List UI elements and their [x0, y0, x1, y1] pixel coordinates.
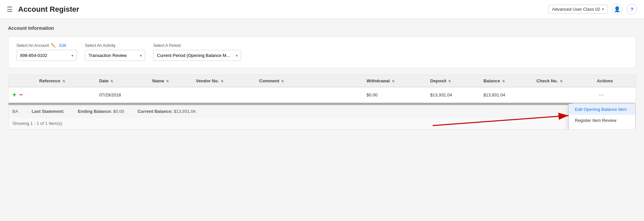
- row-ellipsis-button[interactable]: ···: [597, 91, 606, 99]
- table-header: Reference ⇅ Date ⇅ Name ⇅ Vendor No. ⇅: [8, 75, 636, 87]
- col-header-withdrawal[interactable]: Withdrawal ⇅: [363, 75, 426, 87]
- row-add-remove: + −: [8, 87, 35, 103]
- footer-last-statement: Last Statement:: [32, 109, 64, 114]
- top-bar-left: ☰ Account Register: [7, 5, 79, 14]
- edit-pencil-icon: ✏️: [51, 43, 56, 48]
- cell-comment: [255, 87, 363, 103]
- remove-row-button[interactable]: −: [19, 91, 23, 99]
- vendor-sort-icon: ⇅: [221, 79, 223, 83]
- table-footer: BA Last Statement: Ending Balance: $0.00…: [8, 105, 636, 117]
- user-icon-button[interactable]: 👤: [612, 4, 623, 15]
- cell-actions: ··· Edit Opening Balance ItemRegister It…: [593, 87, 636, 103]
- context-menu: Edit Opening Balance ItemRegister Item R…: [569, 103, 636, 130]
- main-content: Account Information Select An Account ✏️…: [0, 19, 644, 136]
- table-row: + − 07/29/2018 $0.00 $13,931.04 $13,931.…: [8, 87, 636, 103]
- account-select-wrapper: 898-854-0102 ▾: [16, 50, 77, 61]
- account-info-card: Select An Account ✏️ Edit 898-854-0102 ▾…: [8, 36, 636, 68]
- select-account-label: Select An Account ✏️ Edit: [16, 43, 77, 48]
- help-icon-button[interactable]: ?: [627, 4, 637, 15]
- top-bar: ☰ Account Register Advanced User Class 0…: [0, 0, 644, 19]
- cell-withdrawal: $0.00: [363, 87, 426, 103]
- register-table: Reference ⇅ Date ⇅ Name ⇅ Vendor No. ⇅: [8, 75, 636, 103]
- edit-account-link[interactable]: Edit: [59, 43, 66, 48]
- activity-select-wrapper: Transaction Review ▾: [85, 50, 145, 61]
- context-menu-item-0[interactable]: Edit Opening Balance Item: [569, 104, 635, 115]
- hamburger-icon[interactable]: ☰: [7, 5, 13, 13]
- cell-date: 07/29/2018: [95, 87, 148, 103]
- select-activity-label: Select An Activity: [85, 43, 145, 48]
- col-header-date[interactable]: Date ⇅: [95, 75, 148, 87]
- add-row-button[interactable]: +: [12, 91, 16, 99]
- page-title: Account Register: [18, 5, 79, 14]
- company-selector[interactable]: Advanced User Class 02 ▾: [548, 5, 608, 14]
- period-select[interactable]: Current Period (Opening Balance M...: [153, 50, 241, 61]
- col-header-vendor-no[interactable]: Vendor No. ⇅: [192, 75, 255, 87]
- cell-check-no: [533, 87, 593, 103]
- context-menu-item-2[interactable]: Review GL: [569, 126, 635, 130]
- select-period-label: Select A Period: [153, 43, 241, 48]
- help-icon: ?: [630, 6, 633, 12]
- context-menu-item-1[interactable]: Register Item Review: [569, 115, 635, 126]
- footer-current-balance: Current Balance: $13,931.04: [138, 109, 196, 114]
- account-form-row: Select An Account ✏️ Edit 898-854-0102 ▾…: [16, 43, 628, 61]
- col-header-actions: Actions: [593, 75, 636, 87]
- check-sort-icon: ⇅: [560, 79, 562, 83]
- account-select[interactable]: 898-854-0102: [16, 50, 77, 61]
- company-chevron-icon: ▾: [602, 7, 604, 11]
- select-account-group: Select An Account ✏️ Edit 898-854-0102 ▾: [16, 43, 77, 61]
- col-header-balance[interactable]: Balance ⇅: [479, 75, 532, 87]
- col-header-reference[interactable]: Reference ⇅: [35, 75, 95, 87]
- account-info-section-header: Account Information: [8, 25, 636, 31]
- col-header-name[interactable]: Name ⇅: [148, 75, 192, 87]
- cell-balance: $13,931.04: [479, 87, 532, 103]
- user-icon: 👤: [614, 6, 621, 12]
- company-name: Advanced User Class 02: [552, 7, 600, 12]
- table-header-row: Reference ⇅ Date ⇅ Name ⇅ Vendor No. ⇅: [8, 75, 636, 87]
- select-period-group: Select A Period Current Period (Opening …: [153, 43, 241, 61]
- cell-deposit: $13,931.04: [426, 87, 479, 103]
- col-header-deposit[interactable]: Deposit ⇅: [426, 75, 479, 87]
- balance-sort-icon: ⇅: [502, 79, 505, 83]
- reference-sort-icon: ⇅: [62, 79, 65, 83]
- date-sort-icon: ⇅: [110, 79, 113, 83]
- top-bar-right: Advanced User Class 02 ▾ 👤 ?: [548, 4, 637, 15]
- cell-vendor-no: [192, 87, 255, 103]
- deposit-sort-icon: ⇅: [448, 79, 451, 83]
- footer-ending-balance: Ending Balance: $0.00: [78, 109, 124, 114]
- register-table-container: Reference ⇅ Date ⇅ Name ⇅ Vendor No. ⇅: [8, 75, 636, 130]
- scrollbar-thumb: [8, 103, 573, 105]
- cell-reference: [35, 87, 95, 103]
- table-body: + − 07/29/2018 $0.00 $13,931.04 $13,931.…: [8, 87, 636, 103]
- cell-name: [148, 87, 192, 103]
- add-remove-controls: + −: [12, 91, 31, 99]
- showing-items-text: Showing 1 - 1 of 1 Item(s): [8, 117, 636, 129]
- name-sort-icon: ⇅: [166, 79, 169, 83]
- col-header-check-no[interactable]: Check No. ⇅: [533, 75, 593, 87]
- horizontal-scrollbar[interactable]: [8, 103, 636, 105]
- withdrawal-sort-icon: ⇅: [392, 79, 394, 83]
- comment-sort-icon: ⇅: [281, 79, 284, 83]
- activity-select[interactable]: Transaction Review: [85, 50, 145, 61]
- col-header-comment[interactable]: Comment ⇅: [255, 75, 363, 87]
- period-select-wrapper: Current Period (Opening Balance M... ▾: [153, 50, 241, 61]
- footer-ba: BA: [12, 109, 18, 114]
- select-activity-group: Select An Activity Transaction Review ▾: [85, 43, 145, 61]
- col-header-actions-left: [8, 75, 35, 87]
